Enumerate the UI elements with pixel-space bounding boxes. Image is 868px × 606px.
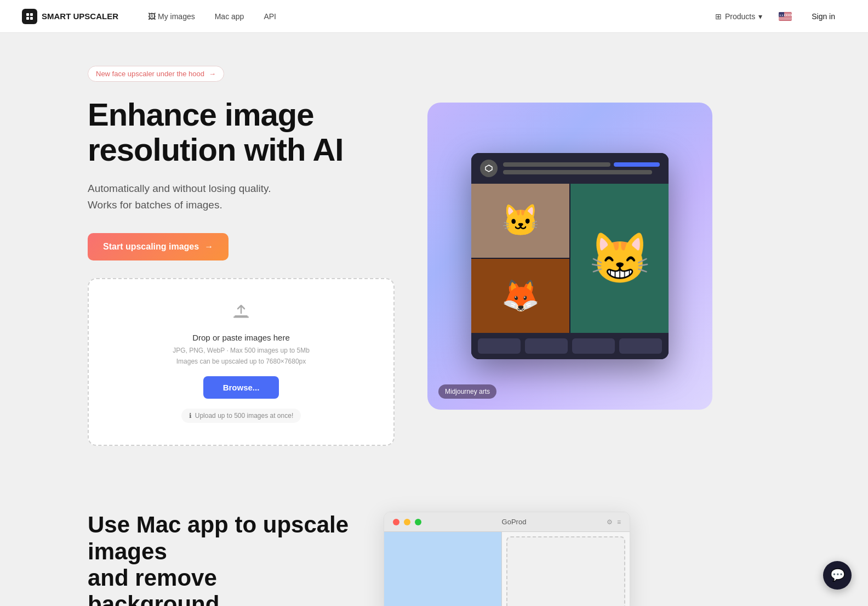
upload-formats: JPG, PNG, WebP · Max 500 images up to 5M… [105,347,377,354]
chat-icon: 💬 [830,568,845,582]
svg-rect-3 [30,17,33,20]
nav-right: ⊞ Products ▾ ★★★★★★ Sign in [707,8,846,25]
app-logo [480,160,498,177]
app-bottom-btn-1 [478,338,521,354]
arrow-icon: → [209,70,216,78]
nav-link-api[interactable]: API [256,8,284,25]
cat-image-grid: 🐱 😺 🦊 😸 [471,184,669,333]
language-selector[interactable]: ★★★★★★ [779,12,792,21]
app-bottom-btn-2 [525,338,568,354]
cat-emoji-1: 🐱 [501,205,540,236]
bottom-right: GoProd ⚙ ≡ [384,512,780,606]
mac-minimize-dot[interactable] [404,519,410,525]
products-menu-button[interactable]: ⊞ Products ▾ [707,8,770,25]
app-bottom-bar [471,333,669,359]
bar-line-bottom [503,170,652,174]
hero-left: New face upscaler under the hood → Enhan… [88,66,395,446]
bottom-left: Use Mac app to upscale images and remove… [88,512,351,606]
upload-max-size: Images can be upscaled up to 7680×7680px [105,358,377,365]
nav-links: 🖼 My images Mac app API [140,8,707,25]
cat-emoji-4: 😸 [589,234,650,283]
hero-title: Enhance image resolution with AI [88,97,395,167]
chevron-down-icon: ▾ [758,12,762,21]
mac-close-dot[interactable] [393,519,399,525]
hero-section: New face upscaler under the hood → Enhan… [0,33,868,479]
bottom-section: Use Mac app to upscale images and remove… [0,479,868,606]
app-bottom-btn-3 [572,338,615,354]
hero-right: 🐱 😺 🦊 😸 [427,103,712,410]
upload-info: ℹ Upload up to 500 images at once! [181,409,301,423]
grid-icon: ⊞ [715,12,722,21]
bar-line-gray [503,162,610,167]
upload-box: Drop or paste images here JPG, PNG, WebP… [88,278,395,446]
app-bottom-btn-4 [619,338,662,354]
svg-rect-1 [30,13,33,16]
mac-settings-icon[interactable]: ⚙ [607,518,613,526]
app-mockup: 🐱 😺 🦊 😸 [471,153,669,359]
cat-image-top-left: 🐱 [471,184,569,258]
hero-badge[interactable]: New face upscaler under the hood → [88,66,224,82]
cat-image-big: 😸 [570,184,669,333]
mac-more-icon[interactable]: ≡ [617,518,621,526]
logo[interactable]: SMART UPSCALER [22,9,118,24]
svg-rect-14 [233,316,249,318]
mac-app-mockup: GoProd ⚙ ≡ [384,512,630,606]
start-upscaling-button[interactable]: Start upscaling images → [88,233,229,260]
mac-body [384,532,630,606]
bar-line-blue [614,162,660,167]
nav-link-macapp[interactable]: Mac app [207,8,252,25]
svg-rect-9 [779,18,792,19]
navbar: SMART UPSCALER 🖼 My images Mac app API ⊞… [0,0,868,33]
bottom-title: Use Mac app to upscale images and remove… [88,512,351,606]
image-icon: 🖼 [148,12,156,21]
arrow-right-icon: → [204,242,213,252]
cat-emoji-3: 🦊 [501,280,540,311]
mac-app-title: GoProd [426,518,602,526]
app-titlebar [471,153,669,184]
svg-rect-2 [26,17,29,20]
browse-button[interactable]: Browse... [203,376,279,399]
svg-rect-0 [26,13,29,16]
mac-toolbar-icons: ⚙ ≡ [607,518,621,526]
hero-subtitle: Automatically and without losing quality… [88,180,395,214]
upload-drop-text: Drop or paste images here [105,333,377,342]
hero-image: 🐱 😺 🦊 😸 [427,103,712,410]
upload-icon [105,301,377,325]
app-bar-lines [503,162,660,174]
mac-panel-left [384,532,502,606]
signin-button[interactable]: Sign in [801,8,846,25]
svg-text:★★★★★★: ★★★★★★ [779,14,792,16]
info-icon: ℹ [189,412,192,420]
mac-titlebar: GoProd ⚙ ≡ [384,512,630,532]
svg-rect-8 [779,16,792,17]
mac-fullscreen-dot[interactable] [415,519,421,525]
logo-text: SMART UPSCALER [42,12,118,21]
nav-link-myimages[interactable]: 🖼 My images [140,8,203,25]
cat-image-bottom-left: 🦊 [471,259,569,333]
svg-rect-10 [779,19,792,20]
chat-bubble-button[interactable]: 💬 [823,561,852,590]
logo-icon [22,9,37,24]
midjourney-tag: Midjourney arts [438,384,496,399]
mac-panel-right [506,536,626,606]
